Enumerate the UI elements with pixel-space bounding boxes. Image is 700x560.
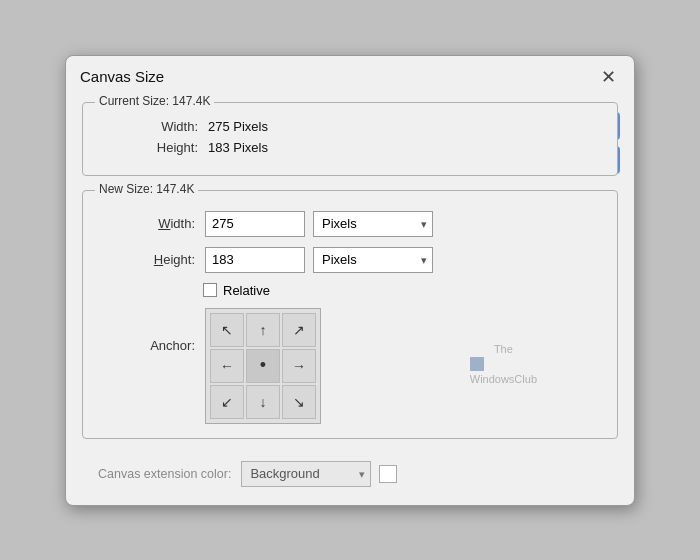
new-size-legend: New Size: 147.4K: [95, 182, 198, 196]
arrow-nw-icon: [221, 322, 233, 338]
current-size-legend: Current Size: 147.4K: [95, 94, 214, 108]
width-unit-wrapper: Pixels Inches Centimeters ▾: [313, 211, 433, 237]
canvas-extension-label: Canvas extension color:: [98, 467, 231, 481]
height-unit-select[interactable]: Pixels Inches Centimeters: [313, 247, 433, 273]
title-bar: Canvas Size ✕: [66, 56, 634, 96]
anchor-n[interactable]: [246, 313, 280, 347]
new-height-label: Height:: [133, 252, 195, 267]
arrow-e-icon: [292, 358, 306, 374]
watermark-line2: WindowsClub: [470, 372, 537, 387]
arrow-sw-icon: [221, 394, 233, 410]
current-height-value: 183 Pixels: [208, 140, 268, 155]
arrow-center-icon: [260, 355, 266, 376]
height-unit-wrapper: Pixels Inches Centimeters ▾: [313, 247, 433, 273]
anchor-label: Anchor:: [133, 308, 195, 353]
current-width-label: Width:: [143, 119, 198, 134]
relative-label: Relative: [223, 283, 270, 298]
anchor-grid: [205, 308, 321, 424]
anchor-s[interactable]: [246, 385, 280, 419]
canvas-extension-select[interactable]: Background Foreground White Black: [241, 461, 371, 487]
anchor-row: Anchor: The: [103, 308, 597, 424]
anchor-e[interactable]: [282, 349, 316, 383]
dialog-body: Current Size: 147.4K Width: 275 Pixels H…: [66, 96, 634, 505]
height-input[interactable]: [205, 247, 305, 273]
canvas-extension-color-box[interactable]: [379, 465, 397, 483]
width-input[interactable]: [205, 211, 305, 237]
current-size-section: Current Size: 147.4K Width: 275 Pixels H…: [82, 102, 618, 176]
arrow-ne-icon: [293, 322, 305, 338]
arrow-se-icon: [293, 394, 305, 410]
watermark-line1: The: [470, 342, 537, 357]
width-unit-select[interactable]: Pixels Inches Centimeters: [313, 211, 433, 237]
current-width-value: 275 Pixels: [208, 119, 268, 134]
relative-row: Relative: [103, 283, 597, 298]
current-height-label: Height:: [143, 140, 198, 155]
anchor-center[interactable]: [246, 349, 280, 383]
anchor-ne[interactable]: [282, 313, 316, 347]
anchor-w[interactable]: [210, 349, 244, 383]
new-width-row: Width: Pixels Inches Centimeters ▾: [103, 211, 597, 237]
canvas-extension-select-wrapper: Background Foreground White Black ▾: [241, 461, 371, 487]
arrow-n-icon: [260, 322, 267, 338]
new-width-label: Width:: [133, 216, 195, 231]
current-width-row: Width: 275 Pixels: [103, 119, 597, 134]
dialog-title: Canvas Size: [80, 68, 164, 85]
relative-checkbox[interactable]: [203, 283, 217, 297]
new-size-section: New Size: 147.4K Width: Pixels Inches Ce…: [82, 190, 618, 439]
arrow-s-icon: [260, 394, 267, 410]
new-height-row: Height: Pixels Inches Centimeters ▾: [103, 247, 597, 273]
anchor-nw[interactable]: [210, 313, 244, 347]
current-height-row: Height: 183 Pixels: [103, 140, 597, 155]
arrow-w-icon: [220, 358, 234, 374]
anchor-sw[interactable]: [210, 385, 244, 419]
anchor-se[interactable]: [282, 385, 316, 419]
canvas-extension-section: Canvas extension color: Background Foreg…: [82, 453, 618, 491]
watermark-box: [470, 357, 484, 371]
watermark: The WindowsClub: [470, 342, 537, 388]
close-button[interactable]: ✕: [597, 66, 620, 88]
canvas-size-dialog: Canvas Size ✕ OK Cancel Current Size: 14…: [65, 55, 635, 506]
